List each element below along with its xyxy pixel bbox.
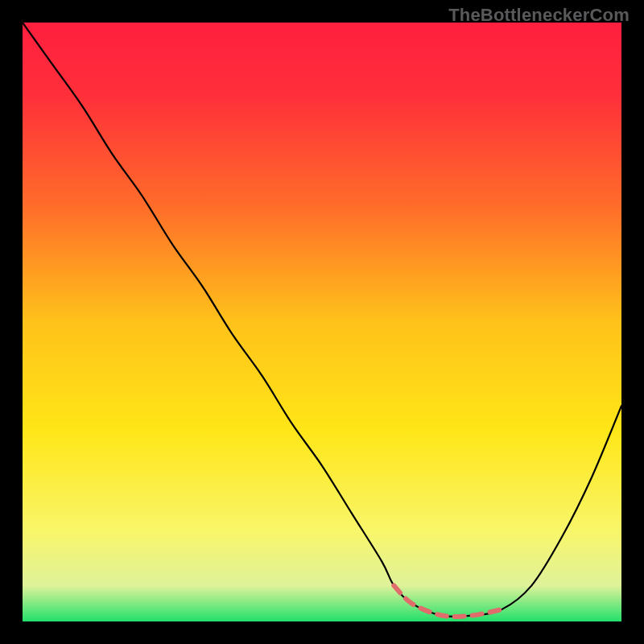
bottleneck-chart	[23, 23, 621, 621]
gradient-background	[23, 23, 621, 621]
watermark-text: TheBottleneckerCom	[448, 5, 630, 26]
plot-area	[23, 23, 621, 621]
chart-frame: TheBottleneckerCom	[0, 0, 644, 644]
